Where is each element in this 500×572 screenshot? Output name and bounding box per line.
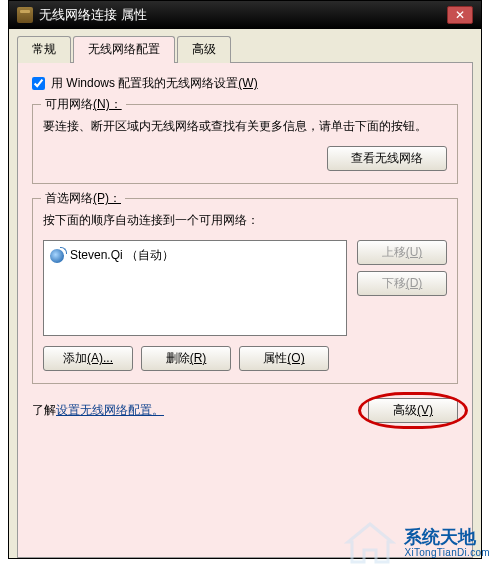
watermark: 系统天地 XiTongTianDi.com xyxy=(342,520,490,566)
checkbox-text: 用 Windows 配置我的无线网络设置 xyxy=(51,76,238,90)
available-desc: 要连接、断开区域内无线网络或查找有关更多信息，请单击下面的按钮。 xyxy=(43,117,447,136)
tab-wireless[interactable]: 无线网络配置 xyxy=(73,36,175,63)
use-windows-config-row[interactable]: 用 Windows 配置我的无线网络设置(W) xyxy=(32,75,458,92)
preferred-networks-group: 首选网络(P)： 按下面的顺序自动连接到一个可用网络： Steven.Qi （自… xyxy=(32,198,458,384)
available-networks-legend: 可用网络(N)： xyxy=(41,96,126,113)
dialog-window: 无线网络连接 属性 ✕ 常规 无线网络配置 高级 用 Windows 配置我的无… xyxy=(8,0,482,559)
learn-prefix: 了解 xyxy=(32,403,56,417)
move-up-accel: (U) xyxy=(406,245,423,259)
tab-panel-wireless: 用 Windows 配置我的无线网络设置(W) 可用网络(N)： 要连接、断开区… xyxy=(17,62,473,558)
add-button[interactable]: 添加(A)... xyxy=(43,346,133,371)
preferred-networks-legend: 首选网络(P)： xyxy=(41,190,125,207)
available-networks-group: 可用网络(N)： 要连接、断开区域内无线网络或查找有关更多信息，请单击下面的按钮… xyxy=(32,104,458,184)
move-up-text: 上移 xyxy=(382,245,406,259)
props-text: 属性 xyxy=(263,351,287,365)
remove-text: 删除 xyxy=(166,351,190,365)
view-wireless-networks-button[interactable]: 查看无线网络 xyxy=(327,146,447,171)
advanced-accel: (V) xyxy=(417,403,433,417)
props-accel: (O) xyxy=(287,351,304,365)
move-down-button[interactable]: 下移(D) xyxy=(357,271,447,296)
watermark-text: 系统天地 XiTongTianDi.com xyxy=(404,528,490,559)
add-accel: (A)... xyxy=(87,351,113,365)
watermark-en: XiTongTianDi.com xyxy=(404,547,490,558)
tab-advanced[interactable]: 高级 xyxy=(177,36,231,63)
available-legend-text: 可用网络 xyxy=(45,97,93,111)
preferred-desc: 按下面的顺序自动连接到一个可用网络： xyxy=(43,211,447,230)
available-legend-accel: (N)： xyxy=(93,97,122,111)
footer-row: 了解设置无线网络配置。 高级(V) xyxy=(32,398,458,423)
advanced-button[interactable]: 高级(V) xyxy=(368,398,458,423)
tab-general[interactable]: 常规 xyxy=(17,36,71,63)
remove-accel: (R) xyxy=(190,351,207,365)
add-text: 添加 xyxy=(63,351,87,365)
tab-strip: 常规 无线网络配置 高级 xyxy=(9,29,481,62)
titlebar[interactable]: 无线网络连接 属性 ✕ xyxy=(9,1,481,29)
use-windows-config-label: 用 Windows 配置我的无线网络设置(W) xyxy=(51,75,258,92)
close-button[interactable]: ✕ xyxy=(447,6,473,24)
watermark-cn: 系统天地 xyxy=(404,528,490,548)
list-item-label: Steven.Qi （自动） xyxy=(70,247,174,264)
list-item[interactable]: Steven.Qi （自动） xyxy=(50,247,340,264)
checkbox-accel: (W) xyxy=(238,76,257,90)
preferred-networks-list[interactable]: Steven.Qi （自动） xyxy=(43,240,347,336)
preferred-legend-accel: (P)： xyxy=(93,191,121,205)
properties-button[interactable]: 属性(O) xyxy=(239,346,329,371)
highlight-ring: 高级(V) xyxy=(368,398,458,423)
remove-button[interactable]: 删除(R) xyxy=(141,346,231,371)
watermark-house-icon xyxy=(342,520,398,566)
use-windows-config-checkbox[interactable] xyxy=(32,77,45,90)
wifi-icon xyxy=(50,249,64,263)
advanced-text: 高级 xyxy=(393,403,417,417)
window-title: 无线网络连接 属性 xyxy=(39,6,147,24)
app-icon xyxy=(17,7,33,23)
move-down-accel: (D) xyxy=(406,276,423,290)
learn-text: 了解设置无线网络配置。 xyxy=(32,402,164,419)
preferred-legend-text: 首选网络 xyxy=(45,191,93,205)
learn-link[interactable]: 设置无线网络配置。 xyxy=(56,403,164,417)
move-up-button[interactable]: 上移(U) xyxy=(357,240,447,265)
move-down-text: 下移 xyxy=(382,276,406,290)
